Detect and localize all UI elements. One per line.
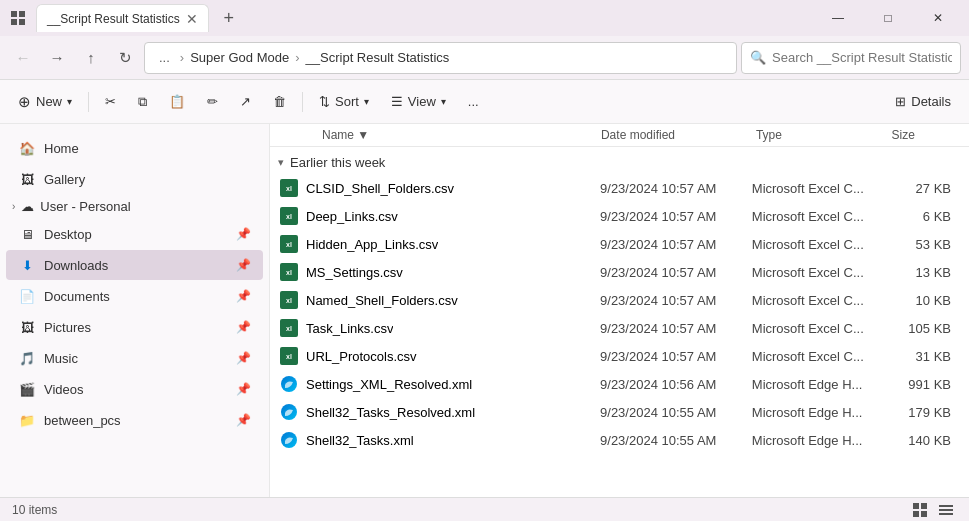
close-button[interactable]: ✕: [915, 2, 961, 34]
sidebar-item-home[interactable]: 🏠 Home: [6, 133, 263, 163]
new-icon: ⊕: [18, 93, 31, 111]
table-row[interactable]: Settings_XML_Resolved.xml 9/23/2024 10:5…: [270, 370, 969, 398]
copy-button[interactable]: ⧉: [128, 86, 157, 118]
back-button[interactable]: ←: [8, 43, 38, 73]
sort-button[interactable]: ⇅ Sort ▾: [309, 86, 379, 118]
details-panel-icon: ⊞: [895, 94, 906, 109]
file-name: URL_Protocols.csv: [306, 349, 417, 364]
breadcrumb-super-god-mode[interactable]: Super God Mode: [190, 50, 289, 65]
sidebar-item-documents[interactable]: 📄 Documents 📌: [6, 281, 263, 311]
window-controls: — □ ✕: [815, 2, 961, 34]
sidebar-item-user-personal[interactable]: › ☁ User - Personal: [0, 195, 269, 218]
svg-rect-12: [939, 509, 953, 511]
rename-button[interactable]: ✏: [197, 86, 228, 118]
table-row[interactable]: xl Hidden_App_Links.csv 9/23/2024 10:57 …: [270, 230, 969, 258]
file-type: Microsoft Excel C...: [752, 293, 885, 308]
file-type: Microsoft Excel C...: [752, 349, 885, 364]
details-label: Details: [911, 94, 951, 109]
column-header-date[interactable]: Date modified: [601, 128, 756, 142]
sidebar-item-pictures[interactable]: 🖼 Pictures 📌: [6, 312, 263, 342]
file-type: Microsoft Edge H...: [752, 377, 885, 392]
cut-icon: ✂: [105, 94, 116, 109]
breadcrumb-current: __Script Result Statistics: [306, 50, 450, 65]
delete-button[interactable]: 🗑: [263, 86, 296, 118]
breadcrumb-expand-button[interactable]: ...: [155, 50, 174, 65]
paste-button[interactable]: 📋: [159, 86, 195, 118]
csv-file-icon: xl: [278, 289, 300, 311]
sidebar-item-desktop[interactable]: 🖥 Desktop 📌: [6, 219, 263, 249]
sidebar-item-between-pcs[interactable]: 📁 between_pcs 📌: [6, 405, 263, 435]
table-row[interactable]: xl Task_Links.csv 9/23/2024 10:57 AM Mic…: [270, 314, 969, 342]
table-row[interactable]: xl MS_Settings.csv 9/23/2024 10:57 AM Mi…: [270, 258, 969, 286]
sidebar-item-label: Pictures: [44, 320, 91, 335]
downloads-icon: ⬇: [18, 256, 36, 274]
addressbar: ← → ↑ ↻ ... › Super God Mode › __Script …: [0, 36, 969, 80]
file-date: 9/23/2024 10:57 AM: [600, 265, 752, 280]
svg-rect-11: [939, 505, 953, 507]
details-button[interactable]: ⊞ Details: [885, 86, 961, 118]
file-name-cell: Named_Shell_Folders.csv: [306, 293, 600, 308]
toolbar-separator-1: [88, 92, 89, 112]
chevron-right-icon: ›: [12, 201, 15, 212]
maximize-button[interactable]: □: [865, 2, 911, 34]
videos-icon: 🎬: [18, 380, 36, 398]
search-icon: 🔍: [750, 50, 766, 65]
file-type: Microsoft Edge H...: [752, 433, 885, 448]
file-size: 6 KB: [885, 209, 961, 224]
svg-rect-1: [19, 11, 25, 17]
new-tab-button[interactable]: +: [215, 4, 243, 32]
sidebar-item-label: Gallery: [44, 172, 85, 187]
table-row[interactable]: xl CLSID_Shell_Folders.csv 9/23/2024 10:…: [270, 174, 969, 202]
file-size: 31 KB: [885, 349, 961, 364]
csv-file-icon: xl: [278, 345, 300, 367]
breadcrumb[interactable]: ... › Super God Mode › __Script Result S…: [144, 42, 737, 74]
share-button[interactable]: ↗: [230, 86, 261, 118]
column-size-label: Size: [892, 128, 915, 142]
file-name: Named_Shell_Folders.csv: [306, 293, 458, 308]
sidebar-item-gallery[interactable]: 🖼 Gallery: [6, 164, 263, 194]
sidebar-item-downloads[interactable]: ⬇ 10 items Downloads 📌: [6, 250, 263, 280]
forward-button[interactable]: →: [42, 43, 72, 73]
new-button[interactable]: ⊕ New ▾: [8, 86, 82, 118]
more-icon: ...: [468, 94, 479, 109]
paste-icon: 📋: [169, 94, 185, 109]
file-date: 9/23/2024 10:57 AM: [600, 321, 752, 336]
search-input[interactable]: [772, 50, 952, 65]
file-type: Microsoft Excel C...: [752, 209, 885, 224]
section-header-earlier-this-week[interactable]: ▾ Earlier this week: [270, 147, 969, 174]
table-row[interactable]: xl Deep_Links.csv 9/23/2024 10:57 AM Mic…: [270, 202, 969, 230]
tab-close-button[interactable]: ✕: [186, 11, 198, 27]
file-name: Shell32_Tasks_Resolved.xml: [306, 405, 475, 420]
more-options-button[interactable]: ...: [458, 86, 489, 118]
table-row[interactable]: xl URL_Protocols.csv 9/23/2024 10:57 AM …: [270, 342, 969, 370]
table-row[interactable]: Shell32_Tasks_Resolved.xml 9/23/2024 10:…: [270, 398, 969, 426]
toolbar-separator-2: [302, 92, 303, 112]
tab-script-result-statistics[interactable]: __Script Result Statistics ✕: [36, 4, 209, 32]
list-view-button[interactable]: [935, 500, 957, 520]
file-name: Settings_XML_Resolved.xml: [306, 377, 472, 392]
file-date: 9/23/2024 10:57 AM: [600, 293, 752, 308]
sort-chevron-icon: ▾: [364, 96, 369, 107]
svg-rect-0: [11, 11, 17, 17]
column-header-type[interactable]: Type: [756, 128, 892, 142]
titlebar: __Script Result Statistics ✕ + — □ ✕: [0, 0, 969, 36]
column-header-name[interactable]: Name ▼: [270, 128, 601, 142]
csv-file-icon: xl: [278, 205, 300, 227]
table-row[interactable]: Shell32_Tasks.xml 9/23/2024 10:55 AM Mic…: [270, 426, 969, 454]
minimize-button[interactable]: —: [815, 2, 861, 34]
sidebar-item-music[interactable]: 🎵 Music 📌: [6, 343, 263, 373]
sidebar-item-label: Downloads: [44, 258, 108, 273]
view-button[interactable]: ☰ View ▾: [381, 86, 456, 118]
file-size: 53 KB: [885, 237, 961, 252]
toolbar: ⊕ New ▾ ✂ ⧉ 📋 ✏ ↗ 🗑 ⇅ Sort ▾ ☰ View ▾ ..…: [0, 80, 969, 124]
table-row[interactable]: xl Named_Shell_Folders.csv 9/23/2024 10:…: [270, 286, 969, 314]
sidebar-item-videos[interactable]: 🎬 Videos 📌: [6, 374, 263, 404]
file-type: Microsoft Excel C...: [752, 265, 885, 280]
grid-view-button[interactable]: [909, 500, 931, 520]
file-name: Task_Links.csv: [306, 321, 393, 336]
search-box[interactable]: 🔍: [741, 42, 961, 74]
cut-button[interactable]: ✂: [95, 86, 126, 118]
refresh-button[interactable]: ↻: [110, 43, 140, 73]
up-button[interactable]: ↑: [76, 43, 106, 73]
column-header-size[interactable]: Size: [892, 128, 969, 142]
